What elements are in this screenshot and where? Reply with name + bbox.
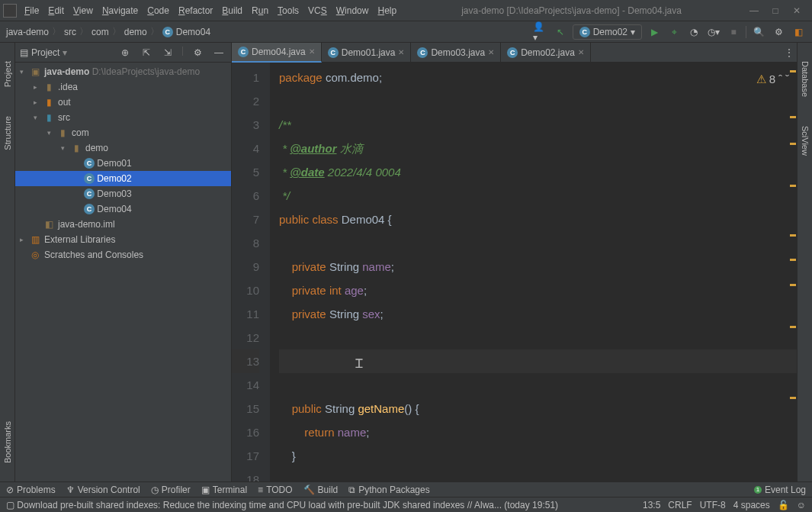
stop-button[interactable]: ■ [726, 24, 741, 40]
tree-scratches[interactable]: ◎ Scratches and Consoles [15, 247, 231, 262]
indent[interactable]: 4 spaces [733, 500, 770, 510]
ide-status-icon[interactable]: ☺ [797, 500, 806, 510]
menu-code[interactable]: Code [143, 4, 174, 18]
chevron-down-icon[interactable]: ▾ [34, 114, 43, 121]
hide-icon[interactable]: — [211, 45, 226, 60]
editor-tab[interactable]: C Demo02.java ✕ [501, 43, 591, 63]
project-tree[interactable]: ▾ ▣ java-demo D:\IdeaProjects\java-demo … [15, 63, 231, 481]
terminal-icon: ▣ [201, 485, 210, 495]
tree-item[interactable]: ▾ ▮ demo [15, 140, 231, 156]
menu-edit[interactable]: Edit [43, 4, 69, 18]
chevron-down-icon[interactable]: ▾ [20, 68, 29, 76]
chevron-down-icon[interactable]: ▾ [61, 144, 70, 152]
chevron-up-icon[interactable]: ˆ [778, 67, 782, 91]
tw-build[interactable]: 🔨Build [303, 485, 339, 495]
ide-features-icon[interactable]: ◧ [791, 24, 806, 40]
add-config-icon[interactable]: 👤▾ [533, 24, 548, 40]
tree-item[interactable]: ▸ ▮ .idea [15, 79, 231, 95]
chevron-down-icon[interactable]: ▾ [47, 129, 56, 137]
tool-tab-bookmarks[interactable]: Bookmarks [3, 418, 12, 466]
event-log[interactable]: 1 Event Log [754, 485, 806, 495]
minimize-button[interactable]: — [748, 5, 760, 17]
menu-tools[interactable]: Tools [273, 4, 303, 18]
tree-item[interactable]: ▸ ▮ out [15, 95, 231, 110]
close-icon[interactable]: ✕ [309, 47, 315, 56]
menu-vcs[interactable]: VCS [303, 4, 332, 18]
tool-tab-project[interactable]: Project [3, 58, 12, 90]
breadcrumb-item[interactable]: Demo04 [176, 27, 210, 37]
breadcrumb-item[interactable]: src [64, 27, 76, 37]
gutter[interactable]: 123456789101112131415161718 [232, 63, 270, 481]
chevron-right-icon[interactable]: ▸ [20, 236, 29, 243]
menu-run[interactable]: Run [247, 4, 273, 18]
collapse-icon[interactable]: ⇲ [160, 45, 175, 60]
tree-root[interactable]: ▾ ▣ java-demo D:\IdeaProjects\java-demo [15, 64, 231, 79]
caret-position[interactable]: 13:5 [643, 500, 660, 510]
debug-button[interactable]: ⌖ [666, 24, 682, 40]
tree-class[interactable]: C Demo01 [15, 156, 231, 171]
tw-problems[interactable]: ⊘Problems [6, 485, 56, 495]
close-icon[interactable]: ✕ [578, 48, 584, 56]
tree-external-libs[interactable]: ▸ ▥ External Libraries [15, 232, 231, 247]
class-icon: C [328, 47, 339, 58]
menu-navigate[interactable]: Navigate [98, 4, 143, 18]
profile-button[interactable]: ◷▾ [706, 24, 721, 40]
warning-icon: ⚠ [756, 67, 766, 91]
tool-tab-database[interactable]: Database [801, 58, 810, 100]
expand-icon[interactable]: ⇱ [139, 45, 154, 60]
search-icon[interactable]: 🔍 [751, 24, 766, 40]
editor-tab[interactable]: C Demo01.java ✕ [322, 43, 412, 63]
chevron-right-icon[interactable]: ▸ [34, 98, 43, 106]
locate-icon[interactable]: ⊕ [117, 45, 133, 60]
status-message[interactable]: Download pre-built shared indexes: Reduc… [17, 500, 643, 510]
coverage-button[interactable]: ◔ [686, 24, 701, 40]
inspection-widget[interactable]: ⚠ 8 ˆ ˇ [756, 67, 789, 91]
menu-refactor[interactable]: Refactor [174, 4, 217, 18]
breadcrumb-item[interactable]: java-demo [6, 27, 49, 37]
close-icon[interactable]: ✕ [398, 48, 404, 56]
code-area[interactable]: package com.demo; /** * @author 水滴 * @da… [270, 63, 797, 481]
error-stripe[interactable] [789, 63, 797, 481]
tree-class-selected[interactable]: C Demo02 [15, 171, 231, 186]
tool-tab-structure[interactable]: Structure [3, 113, 12, 153]
menu-build[interactable]: Build [217, 4, 247, 18]
menu-help[interactable]: Help [373, 4, 401, 18]
editor-tab[interactable]: C Demo03.java ✕ [411, 43, 501, 63]
menu-window[interactable]: Window [332, 4, 374, 18]
gear-icon[interactable]: ⚙ [190, 45, 205, 60]
line-separator[interactable]: CRLF [668, 500, 692, 510]
tw-version-control[interactable]: ♆Version Control [66, 485, 140, 495]
hammer-icon[interactable]: ↖ [553, 24, 568, 40]
breadcrumb-item[interactable]: demo [124, 27, 147, 37]
editor-content[interactable]: 123456789101112131415161718 package com.… [232, 63, 797, 481]
project-panel-title[interactable]: Project ▾ [31, 47, 117, 58]
tree-item[interactable]: ▾ ▮ src [15, 110, 231, 125]
breadcrumb-item[interactable]: com [91, 27, 109, 37]
menu-view[interactable]: View [69, 4, 98, 18]
menu-file[interactable]: File [20, 4, 43, 18]
tw-todo[interactable]: ≡TODO [258, 485, 292, 495]
status-icon[interactable]: ▢ [6, 500, 14, 510]
tree-label: demo [85, 143, 108, 153]
close-icon[interactable]: ✕ [488, 48, 494, 56]
tree-item[interactable]: ◧ java-demo.iml [15, 217, 231, 232]
readonly-icon[interactable]: 🔓 [778, 500, 789, 510]
titlebar: File Edit View Navigate Code Refactor Bu… [0, 0, 812, 21]
tool-tab-sciview[interactable]: SciView [801, 123, 810, 159]
tw-profiler[interactable]: ◷Profiler [151, 485, 191, 495]
chevron-right-icon[interactable]: ▸ [34, 83, 43, 91]
settings-icon[interactable]: ⚙ [771, 24, 786, 40]
tree-item[interactable]: ▾ ▮ com [15, 125, 231, 140]
maximize-button[interactable]: □ [769, 5, 782, 17]
run-button[interactable]: ▶ [647, 24, 662, 40]
run-config-selector[interactable]: C Demo02 ▾ [573, 24, 642, 40]
close-button[interactable]: ✕ [791, 5, 803, 17]
tw-terminal[interactable]: ▣Terminal [201, 485, 247, 495]
tree-class[interactable]: C Demo03 [15, 186, 231, 201]
tree-label: Scratches and Consoles [44, 250, 143, 260]
encoding[interactable]: UTF-8 [700, 500, 726, 510]
editor-tab-active[interactable]: C Demo04.java ✕ [232, 43, 322, 63]
tree-class[interactable]: C Demo04 [15, 201, 231, 217]
tw-python-packages[interactable]: ⧉Python Packages [348, 485, 429, 495]
more-icon[interactable]: ⋮ [782, 45, 797, 60]
